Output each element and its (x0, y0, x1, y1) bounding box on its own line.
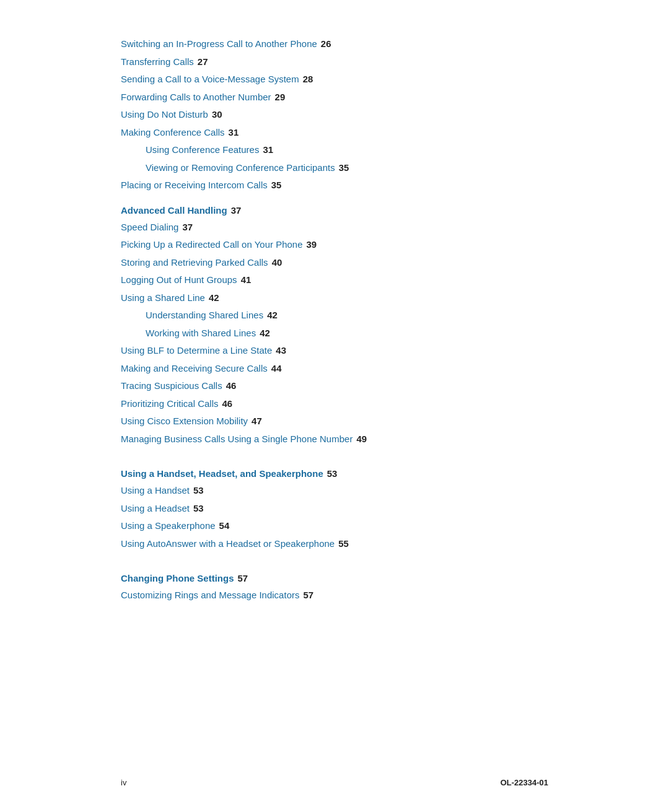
toc-item-conference: Making Conference Calls31 (121, 126, 548, 140)
toc-item-speed-dialing: Speed Dialing37 (121, 220, 548, 235)
toc-page-critical-calls: 46 (222, 397, 233, 411)
toc-page-transferring: 27 (198, 55, 208, 69)
toc-page-blf: 43 (276, 344, 286, 358)
toc-link-shared-line[interactable]: Using a Shared Line (121, 291, 205, 305)
toc-page-autoanswer: 55 (338, 537, 349, 551)
toc-page-do-not-disturb: 30 (212, 108, 222, 122)
toc-item-forwarding: Forwarding Calls to Another Number29 (121, 90, 548, 105)
toc-link-conference-participants[interactable]: Viewing or Removing Conference Participa… (146, 161, 335, 175)
toc-item-hunt-groups: Logging Out of Hunt Groups41 (121, 273, 548, 287)
section-header-page-changing-settings: 57 (238, 573, 248, 583)
toc-link-transferring[interactable]: Transferring Calls (121, 55, 194, 69)
toc-link-conference[interactable]: Making Conference Calls (121, 126, 225, 140)
toc-link-headset[interactable]: Using a Headset (121, 502, 190, 516)
toc-link-speakerphone[interactable]: Using a Speakerphone (121, 519, 216, 533)
toc-item-transferring: Transferring Calls27 (121, 55, 548, 69)
toc-link-working-shared[interactable]: Working with Shared Lines (146, 326, 256, 341)
section-spacer-advanced-call-handling (121, 450, 548, 456)
toc-page-speakerphone: 54 (219, 519, 230, 533)
toc-page-parked-calls: 40 (272, 256, 282, 270)
section-spacer-handset-headset (121, 554, 548, 561)
toc-link-intercom[interactable]: Placing or Receiving Intercom Calls (121, 178, 268, 193)
toc-page-conference-features: 31 (263, 143, 273, 157)
toc-page-understanding-shared: 42 (267, 308, 278, 323)
page-footer: iv OL-22334-01 (0, 778, 669, 787)
toc-page-working-shared: 42 (260, 326, 270, 341)
section-header-page-handset-headset: 53 (327, 468, 338, 479)
toc-link-speed-dialing[interactable]: Speed Dialing (121, 220, 178, 235)
toc-page-speed-dialing: 37 (182, 220, 193, 235)
section-header-advanced-call-handling: Advanced Call Handling37 (121, 205, 548, 216)
toc-link-redirected-call[interactable]: Picking Up a Redirected Call on Your Pho… (121, 238, 303, 252)
toc-item-autoanswer: Using AutoAnswer with a Headset or Speak… (121, 537, 548, 551)
section-header-changing-settings: Changing Phone Settings57 (121, 573, 548, 583)
toc-item-speakerphone: Using a Speakerphone54 (121, 519, 548, 533)
toc-link-handset[interactable]: Using a Handset (121, 484, 190, 498)
toc-item-secure-calls: Making and Receiving Secure Calls44 (121, 362, 548, 376)
toc-page-conference-participants: 35 (339, 161, 349, 175)
toc-item-extension-mobility: Using Cisco Extension Mobility47 (121, 414, 548, 429)
footer-page-number: iv (121, 778, 126, 787)
toc-item-handset: Using a Handset53 (121, 484, 548, 498)
section-header-handset-headset: Using a Handset, Headset, and Speakerpho… (121, 468, 548, 479)
toc-link-critical-calls[interactable]: Prioritizing Critical Calls (121, 397, 219, 411)
toc-page-headset: 53 (193, 502, 204, 516)
toc-item-understanding-shared: Understanding Shared Lines42 (121, 308, 548, 323)
section-header-link-handset-headset[interactable]: Using a Handset, Headset, and Speakerpho… (121, 468, 323, 479)
toc-page-suspicious-calls: 46 (226, 379, 237, 393)
toc-item-working-shared: Working with Shared Lines42 (121, 326, 548, 341)
toc-link-hunt-groups[interactable]: Logging Out of Hunt Groups (121, 273, 237, 287)
toc-item-customizing-rings: Customizing Rings and Message Indicators… (121, 588, 548, 603)
toc-link-business-calls[interactable]: Managing Business Calls Using a Single P… (121, 432, 352, 447)
toc-link-do-not-disturb[interactable]: Using Do Not Disturb (121, 108, 208, 122)
toc-page-secure-calls: 44 (271, 362, 282, 376)
toc-item-headset: Using a Headset53 (121, 502, 548, 516)
toc-link-suspicious-calls[interactable]: Tracing Suspicious Calls (121, 379, 222, 393)
toc-item-parked-calls: Storing and Retrieving Parked Calls40 (121, 256, 548, 270)
toc-page-customizing-rings: 57 (303, 588, 313, 603)
toc-link-sending[interactable]: Sending a Call to a Voice-Message System (121, 72, 299, 87)
toc-link-conference-features[interactable]: Using Conference Features (146, 143, 259, 157)
toc-link-forwarding[interactable]: Forwarding Calls to Another Number (121, 90, 271, 105)
section-header-link-advanced-call-handling[interactable]: Advanced Call Handling (121, 205, 227, 216)
toc-page-extension-mobility: 47 (251, 414, 262, 429)
toc-link-secure-calls[interactable]: Making and Receiving Secure Calls (121, 362, 268, 376)
toc-link-blf[interactable]: Using BLF to Determine a Line State (121, 344, 272, 358)
toc-link-understanding-shared[interactable]: Understanding Shared Lines (146, 308, 263, 323)
toc-item-blf: Using BLF to Determine a Line State43 (121, 344, 548, 358)
toc-page-sending: 28 (303, 72, 313, 87)
toc-item-do-not-disturb: Using Do Not Disturb30 (121, 108, 548, 122)
section-header-link-changing-settings[interactable]: Changing Phone Settings (121, 573, 234, 583)
toc-item-sending: Sending a Call to a Voice-Message System… (121, 72, 548, 87)
toc-page-switching: 26 (321, 37, 331, 51)
toc-page-redirected-call: 39 (307, 238, 317, 252)
toc-page-hunt-groups: 41 (241, 273, 251, 287)
toc-page-handset: 53 (193, 484, 204, 498)
toc-link-parked-calls[interactable]: Storing and Retrieving Parked Calls (121, 256, 268, 270)
footer-doc-number: OL-22334-01 (501, 778, 548, 787)
toc-link-customizing-rings[interactable]: Customizing Rings and Message Indicators (121, 588, 299, 603)
toc-page-conference: 31 (229, 126, 239, 140)
section-header-page-advanced-call-handling: 37 (231, 205, 242, 216)
toc-page-shared-line: 42 (209, 291, 219, 305)
section-spacer-changing-settings (121, 606, 548, 613)
toc-page-intercom: 35 (271, 178, 282, 193)
toc-page-business-calls: 49 (356, 432, 367, 447)
toc-link-autoanswer[interactable]: Using AutoAnswer with a Headset or Speak… (121, 537, 334, 551)
toc-link-extension-mobility[interactable]: Using Cisco Extension Mobility (121, 414, 248, 429)
toc-item-business-calls: Managing Business Calls Using a Single P… (121, 432, 548, 447)
toc-item-redirected-call: Picking Up a Redirected Call on Your Pho… (121, 238, 548, 252)
toc-page-forwarding: 29 (275, 90, 286, 105)
toc-item-suspicious-calls: Tracing Suspicious Calls46 (121, 379, 548, 393)
toc-item-conference-features: Using Conference Features31 (121, 143, 548, 157)
toc-item-intercom: Placing or Receiving Intercom Calls35 (121, 178, 548, 193)
toc-item-critical-calls: Prioritizing Critical Calls46 (121, 397, 548, 411)
toc-item-conference-participants: Viewing or Removing Conference Participa… (121, 161, 548, 175)
toc-item-switching: Switching an In-Progress Call to Another… (121, 37, 548, 51)
toc-item-shared-line: Using a Shared Line42 (121, 291, 548, 305)
toc-link-switching[interactable]: Switching an In-Progress Call to Another… (121, 37, 317, 51)
